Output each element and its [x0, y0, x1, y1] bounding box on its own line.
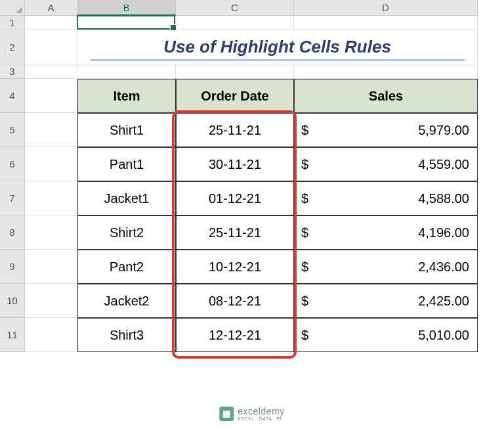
cell-order-date[interactable]: 25-11-21 — [176, 113, 294, 147]
title-underline — [91, 59, 465, 61]
cell[interactable] — [294, 64, 478, 79]
select-all-corner[interactable] — [0, 0, 25, 16]
row-headers: 1234567891011 — [0, 16, 25, 352]
grid-area: Use of Highlight Cells RulesItemOrder Da… — [25, 16, 478, 352]
currency-symbol: $ — [301, 294, 308, 309]
currency-symbol: $ — [301, 225, 308, 240]
cell[interactable] — [25, 284, 77, 318]
row-header-4[interactable]: 4 — [0, 79, 25, 113]
cell-item[interactable]: Jacket2 — [77, 284, 176, 318]
watermark-text-wrap: exceldemy EXCEL · DATA · BI — [238, 406, 284, 421]
column-header-d[interactable]: D — [294, 0, 478, 16]
column-header-b[interactable]: B — [77, 0, 176, 16]
cell-sales[interactable]: $4,196.00 — [294, 215, 478, 250]
table-header-item[interactable]: Item — [77, 79, 176, 113]
row-header-5[interactable]: 5 — [0, 113, 25, 147]
cell[interactable] — [294, 16, 478, 30]
cell-order-date[interactable]: 30-11-21 — [176, 147, 294, 181]
cell-item[interactable]: Shirt1 — [77, 113, 176, 147]
cell[interactable] — [25, 30, 77, 64]
row-header-9[interactable]: 9 — [0, 250, 25, 284]
cell-item[interactable]: Shirt2 — [77, 215, 176, 250]
row-header-8[interactable]: 8 — [0, 215, 25, 250]
row-header-3[interactable]: 3 — [0, 64, 25, 79]
cell-item[interactable]: Pant1 — [77, 147, 176, 181]
table-header-order_date[interactable]: Order Date — [176, 79, 294, 113]
cell[interactable] — [176, 64, 294, 79]
cell-order-date[interactable]: 12-12-21 — [176, 318, 294, 352]
row-header-7[interactable]: 7 — [0, 181, 25, 215]
column-header-a[interactable]: A — [25, 0, 77, 16]
cell[interactable] — [25, 318, 77, 352]
title-cell[interactable]: Use of Highlight Cells Rules — [77, 30, 478, 64]
cell[interactable] — [25, 79, 77, 113]
cell[interactable] — [25, 64, 77, 79]
watermark-icon: ▦ — [219, 407, 234, 421]
cell[interactable] — [25, 147, 77, 181]
sales-amount: 4,588.00 — [418, 191, 469, 206]
sales-amount: 4,559.00 — [418, 157, 469, 172]
page-title: Use of Highlight Cells Rules — [163, 37, 391, 57]
sales-amount: 5,010.00 — [418, 328, 469, 343]
table-header-sales[interactable]: Sales — [294, 79, 478, 113]
sales-amount: 5,979.00 — [418, 123, 469, 138]
sales-amount: 2,436.00 — [418, 259, 469, 275]
cell[interactable] — [77, 16, 176, 30]
cell-sales[interactable]: $5,979.00 — [294, 113, 478, 147]
currency-symbol: $ — [301, 328, 308, 343]
cell[interactable] — [25, 250, 77, 284]
cell-item[interactable]: Pant2 — [77, 250, 176, 284]
sales-amount: 2,425.00 — [418, 294, 469, 309]
watermark-tag: EXCEL · DATA · BI — [238, 416, 284, 421]
currency-symbol: $ — [301, 191, 308, 206]
cell[interactable] — [25, 215, 77, 250]
row-header-6[interactable]: 6 — [0, 147, 25, 181]
cell-order-date[interactable]: 08-12-21 — [176, 284, 294, 318]
watermark-brand: exceldemy — [238, 406, 284, 416]
cell[interactable] — [176, 16, 294, 30]
cell-sales[interactable]: $2,425.00 — [294, 284, 478, 318]
spreadsheet-view: ABCD 1234567891011 Use of Highlight Cell… — [0, 0, 504, 425]
row-header-10[interactable]: 10 — [0, 284, 25, 318]
cell-sales[interactable]: $2,436.00 — [294, 250, 478, 284]
currency-symbol: $ — [301, 157, 308, 172]
cell-order-date[interactable]: 10-12-21 — [176, 250, 294, 284]
row-header-2[interactable]: 2 — [0, 30, 25, 64]
cell-sales[interactable]: $4,588.00 — [294, 181, 478, 215]
cell-item[interactable]: Jacket1 — [77, 181, 176, 215]
column-headers: ABCD — [25, 0, 478, 16]
cell[interactable] — [77, 64, 176, 79]
cell-order-date[interactable]: 25-11-21 — [176, 215, 294, 250]
cell-order-date[interactable]: 01-12-21 — [176, 181, 294, 215]
row-header-11[interactable]: 11 — [0, 318, 25, 352]
cell-sales[interactable]: $5,010.00 — [294, 318, 478, 352]
cell[interactable] — [25, 181, 77, 215]
cell-sales[interactable]: $4,559.00 — [294, 147, 478, 181]
row-header-1[interactable]: 1 — [0, 16, 25, 30]
watermark: ▦ exceldemy EXCEL · DATA · BI — [219, 406, 284, 421]
cell[interactable] — [25, 16, 77, 30]
cell-item[interactable]: Shirt3 — [77, 318, 176, 352]
cell[interactable] — [25, 113, 77, 147]
sales-amount: 4,196.00 — [418, 225, 469, 240]
column-header-c[interactable]: C — [176, 0, 294, 16]
currency-symbol: $ — [301, 123, 308, 138]
currency-symbol: $ — [301, 259, 308, 275]
